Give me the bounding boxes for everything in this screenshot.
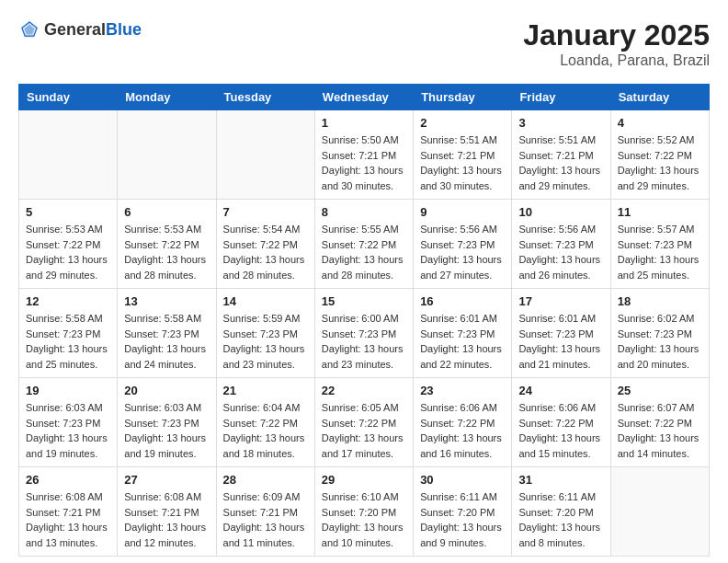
calendar-cell: 13Sunrise: 5:58 AMSunset: 7:23 PMDayligh… [118,289,216,378]
day-number: 28 [223,473,308,487]
calendar-cell [610,467,709,557]
calendar-cell: 14Sunrise: 5:59 AMSunset: 7:23 PMDayligh… [216,289,314,378]
day-info: Sunrise: 5:53 AMSunset: 7:22 PMDaylight:… [26,222,110,282]
calendar-cell: 4Sunrise: 5:52 AMSunset: 7:22 PMDaylight… [610,110,709,200]
day-info: Sunrise: 6:01 AMSunset: 7:23 PMDaylight:… [420,311,505,372]
day-info: Sunrise: 6:08 AMSunset: 7:21 PMDaylight:… [124,489,209,550]
day-number: 15 [322,294,406,308]
day-number: 31 [518,473,603,487]
weekday-header-tuesday: Tuesday [216,85,314,110]
calendar-table: SundayMondayTuesdayWednesdayThursdayFrid… [18,84,710,557]
calendar-cell: 9Sunrise: 5:56 AMSunset: 7:23 PMDaylight… [414,200,512,289]
day-number: 5 [26,205,110,219]
day-info: Sunrise: 5:58 AMSunset: 7:23 PMDaylight:… [26,311,110,372]
logo: GeneralBlue [18,18,142,40]
day-info: Sunrise: 5:56 AMSunset: 7:23 PMDaylight:… [518,222,603,282]
calendar-cell: 11Sunrise: 5:57 AMSunset: 7:23 PMDayligh… [610,200,709,289]
day-info: Sunrise: 5:51 AMSunset: 7:21 PMDaylight:… [420,132,505,193]
day-info: Sunrise: 5:50 AMSunset: 7:21 PMDaylight:… [322,132,406,193]
day-number: 6 [124,205,209,219]
calendar-cell [216,110,314,200]
calendar-header: SundayMondayTuesdayWednesdayThursdayFrid… [19,85,710,110]
calendar-cell: 8Sunrise: 5:55 AMSunset: 7:22 PMDaylight… [314,200,413,289]
day-number: 4 [618,116,702,130]
day-number: 7 [223,205,308,219]
day-number: 3 [518,116,603,130]
calendar-cell: 21Sunrise: 6:04 AMSunset: 7:22 PMDayligh… [216,378,314,467]
day-info: Sunrise: 6:11 AMSunset: 7:20 PMDaylight:… [420,489,505,550]
calendar-cell: 3Sunrise: 5:51 AMSunset: 7:21 PMDaylight… [512,110,610,200]
day-number: 23 [420,384,505,397]
day-number: 18 [618,294,702,308]
calendar-cell: 10Sunrise: 5:56 AMSunset: 7:23 PMDayligh… [512,200,610,289]
calendar-cell: 23Sunrise: 6:06 AMSunset: 7:22 PMDayligh… [414,378,512,467]
calendar-cell: 25Sunrise: 6:07 AMSunset: 7:22 PMDayligh… [610,378,709,467]
calendar-cell: 20Sunrise: 6:03 AMSunset: 7:23 PMDayligh… [118,378,216,467]
day-info: Sunrise: 6:06 AMSunset: 7:22 PMDaylight:… [420,400,505,461]
calendar-cell: 1Sunrise: 5:50 AMSunset: 7:21 PMDaylight… [314,110,413,200]
calendar-cell: 7Sunrise: 5:54 AMSunset: 7:22 PMDaylight… [216,200,314,289]
day-info: Sunrise: 5:58 AMSunset: 7:23 PMDaylight:… [124,311,209,372]
day-number: 16 [420,294,505,308]
day-number: 21 [223,384,308,397]
day-info: Sunrise: 6:05 AMSunset: 7:22 PMDaylight:… [322,400,406,461]
day-info: Sunrise: 6:09 AMSunset: 7:21 PMDaylight:… [223,489,308,550]
logo-icon [18,18,40,40]
calendar-cell: 29Sunrise: 6:10 AMSunset: 7:20 PMDayligh… [314,467,413,557]
day-number: 2 [420,116,505,130]
calendar-body: 1Sunrise: 5:50 AMSunset: 7:21 PMDaylight… [19,110,710,557]
calendar-cell: 15Sunrise: 6:00 AMSunset: 7:23 PMDayligh… [314,289,413,378]
calendar-cell: 30Sunrise: 6:11 AMSunset: 7:20 PMDayligh… [414,467,512,557]
page-header: GeneralBlue January 2025 Loanda, Parana,… [18,18,710,69]
day-info: Sunrise: 5:52 AMSunset: 7:22 PMDaylight:… [618,132,702,193]
day-info: Sunrise: 5:54 AMSunset: 7:22 PMDaylight:… [223,222,308,282]
calendar-cell: 19Sunrise: 6:03 AMSunset: 7:23 PMDayligh… [19,378,118,467]
calendar-cell: 17Sunrise: 6:01 AMSunset: 7:23 PMDayligh… [512,289,610,378]
day-number: 24 [518,384,603,397]
calendar-title: January 2025 [523,18,710,52]
calendar-cell: 18Sunrise: 6:02 AMSunset: 7:23 PMDayligh… [610,289,709,378]
weekday-header-monday: Monday [118,85,216,110]
calendar-cell: 27Sunrise: 6:08 AMSunset: 7:21 PMDayligh… [118,467,216,557]
week-row-5: 26Sunrise: 6:08 AMSunset: 7:21 PMDayligh… [19,467,710,557]
day-number: 1 [322,116,406,130]
day-info: Sunrise: 6:00 AMSunset: 7:23 PMDaylight:… [322,311,406,372]
calendar-cell: 16Sunrise: 6:01 AMSunset: 7:23 PMDayligh… [414,289,512,378]
day-info: Sunrise: 5:55 AMSunset: 7:22 PMDaylight:… [322,222,406,282]
day-number: 10 [518,205,603,219]
day-info: Sunrise: 6:06 AMSunset: 7:22 PMDaylight:… [518,400,603,461]
calendar-cell: 5Sunrise: 5:53 AMSunset: 7:22 PMDaylight… [19,200,118,289]
day-number: 8 [322,205,406,219]
day-info: Sunrise: 5:57 AMSunset: 7:23 PMDaylight:… [618,222,702,282]
day-info: Sunrise: 6:08 AMSunset: 7:21 PMDaylight:… [26,489,110,550]
weekday-header-thursday: Thursday [414,85,512,110]
day-number: 9 [420,205,505,219]
weekday-header-friday: Friday [512,85,610,110]
calendar-cell: 22Sunrise: 6:05 AMSunset: 7:22 PMDayligh… [314,378,413,467]
calendar-cell: 2Sunrise: 5:51 AMSunset: 7:21 PMDaylight… [414,110,512,200]
calendar-cell: 31Sunrise: 6:11 AMSunset: 7:20 PMDayligh… [512,467,610,557]
logo-general: General [44,20,106,39]
weekday-header-sunday: Sunday [19,85,118,110]
day-info: Sunrise: 5:53 AMSunset: 7:22 PMDaylight:… [124,222,209,282]
weekday-header-wednesday: Wednesday [314,85,413,110]
day-info: Sunrise: 6:02 AMSunset: 7:23 PMDaylight:… [618,311,702,372]
day-info: Sunrise: 6:04 AMSunset: 7:22 PMDaylight:… [223,400,308,461]
day-number: 25 [618,384,702,397]
calendar-subtitle: Loanda, Parana, Brazil [523,52,710,69]
calendar-cell: 28Sunrise: 6:09 AMSunset: 7:21 PMDayligh… [216,467,314,557]
day-info: Sunrise: 5:51 AMSunset: 7:21 PMDaylight:… [518,132,603,193]
day-number: 14 [223,294,308,308]
title-block: January 2025 Loanda, Parana, Brazil [523,18,710,69]
day-number: 20 [124,384,209,397]
week-row-4: 19Sunrise: 6:03 AMSunset: 7:23 PMDayligh… [19,378,710,467]
day-info: Sunrise: 6:10 AMSunset: 7:20 PMDaylight:… [322,489,406,550]
day-number: 13 [124,294,209,308]
calendar-cell: 26Sunrise: 6:08 AMSunset: 7:21 PMDayligh… [19,467,118,557]
calendar-cell: 24Sunrise: 6:06 AMSunset: 7:22 PMDayligh… [512,378,610,467]
day-info: Sunrise: 6:11 AMSunset: 7:20 PMDaylight:… [518,489,603,550]
day-info: Sunrise: 6:03 AMSunset: 7:23 PMDaylight:… [26,400,110,461]
calendar-cell: 12Sunrise: 5:58 AMSunset: 7:23 PMDayligh… [19,289,118,378]
weekday-header-saturday: Saturday [610,85,709,110]
logo-text: GeneralBlue [44,20,142,40]
